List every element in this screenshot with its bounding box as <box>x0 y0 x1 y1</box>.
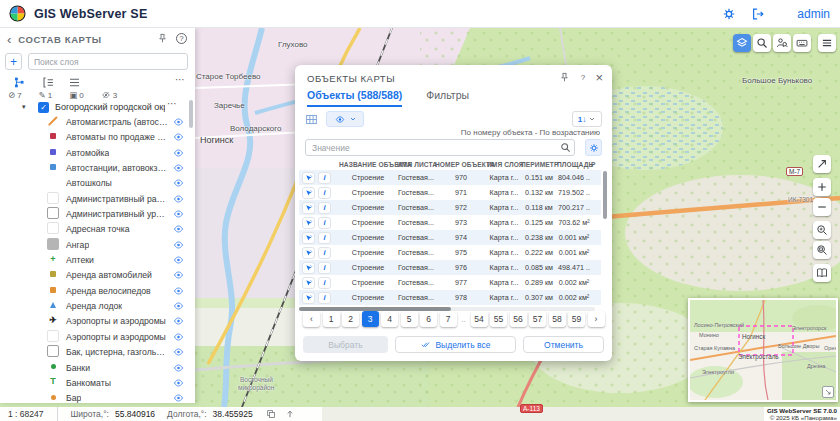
layer-visibility-toggle[interactable] <box>172 301 186 311</box>
layer-row[interactable]: Бар <box>0 390 195 403</box>
layer-row[interactable]: Бак, цистерна, газгольдер <box>0 344 195 359</box>
overview-minimap[interactable]: Лосино-ПетровскийМониноСтарая КупавнаНог… <box>688 298 838 402</box>
show-on-map-button[interactable] <box>302 247 315 259</box>
object-info-button[interactable]: i <box>318 202 331 214</box>
object-info-button[interactable]: i <box>318 172 331 184</box>
show-on-map-button[interactable] <box>302 277 315 289</box>
layer-visibility-toggle[interactable] <box>172 316 186 326</box>
object-info-button[interactable]: i <box>318 277 331 289</box>
page-button-4[interactable]: 4 <box>381 311 398 327</box>
page-next-button[interactable]: › <box>588 311 605 327</box>
help-icon[interactable]: ? <box>176 33 187 44</box>
object-info-button[interactable]: i <box>318 247 331 259</box>
layer-row[interactable]: Ангар <box>0 237 195 252</box>
layer-row[interactable]: +Аптеки <box>0 252 195 267</box>
layer-visibility-toggle[interactable] <box>172 132 186 142</box>
layer-row[interactable]: Административный уровень 7 <box>0 206 195 221</box>
show-on-map-button[interactable] <box>302 292 315 304</box>
list-view-button[interactable] <box>68 75 82 89</box>
object-info-button[interactable]: i <box>318 217 331 229</box>
layer-visibility-toggle[interactable] <box>172 209 186 219</box>
outline-view-button[interactable] <box>42 75 56 89</box>
layer-group-checkbox[interactable]: ✓ <box>38 102 49 113</box>
table-row[interactable]: iСтроениеГостевая...975Карта г...0.222 к… <box>299 245 601 260</box>
layer-row[interactable]: Адресная точка <box>0 221 195 236</box>
page-button-54[interactable]: 54 <box>471 311 488 327</box>
object-info-button[interactable]: i <box>318 262 331 274</box>
page-button-5[interactable]: 5 <box>401 311 418 327</box>
table-row[interactable]: iСтроениеГостевая...972Карта г...0.118 к… <box>299 200 601 215</box>
page-button-2[interactable]: 2 <box>342 311 359 327</box>
layer-visibility-toggle[interactable] <box>172 286 186 296</box>
show-on-map-button[interactable] <box>302 262 315 274</box>
layer-row[interactable]: Автошколы <box>0 175 195 190</box>
table-row[interactable]: iСтроениеГостевая...976Карта г...0.085 к… <box>299 260 601 275</box>
cursor-button[interactable] <box>813 155 831 173</box>
close-icon[interactable]: × <box>595 71 603 84</box>
tab-objects[interactable]: Объекты (588/588) <box>307 89 402 107</box>
layer-visibility-toggle[interactable] <box>172 347 186 357</box>
table-row[interactable]: iСтроениеГостевая...977Карта г...0.289 к… <box>299 275 601 290</box>
person-search-button[interactable] <box>773 34 791 52</box>
minimap-collapse-button[interactable] <box>822 386 834 398</box>
tree-view-button[interactable] <box>13 75 27 89</box>
visibility-filter-button[interactable] <box>326 111 364 127</box>
move-to-coordinates-button[interactable] <box>284 408 297 421</box>
pin-panel-icon[interactable] <box>157 33 169 45</box>
zoom-initial-button[interactable] <box>813 241 831 259</box>
sort-order-button[interactable]: 1↓ <box>572 111 602 127</box>
search-button[interactable] <box>753 34 771 52</box>
back-chevron-icon[interactable]: ‹ <box>7 33 11 46</box>
expand-arrow-icon[interactable]: ▾ <box>22 103 26 111</box>
select-button[interactable]: Выбрать <box>303 336 388 353</box>
layer-visibility-toggle[interactable] <box>172 148 186 158</box>
object-info-button[interactable]: i <box>318 292 331 304</box>
layer-visibility-toggle[interactable] <box>172 255 186 265</box>
add-layer-button[interactable]: + <box>5 53 22 70</box>
layer-row[interactable]: Банки <box>0 360 195 375</box>
current-user[interactable]: admin <box>797 7 830 21</box>
object-info-button[interactable]: i <box>318 232 331 244</box>
more-options-button[interactable]: ⋯ <box>175 74 185 85</box>
layer-group-menu-button[interactable]: ⋯ <box>167 100 177 109</box>
layer-row[interactable]: Аренда велосипедов <box>0 283 195 298</box>
cancel-button[interactable]: Отменить <box>523 336 604 353</box>
search-settings-button[interactable] <box>585 139 602 156</box>
layer-search-input[interactable] <box>28 53 188 70</box>
pin-dialog-icon[interactable] <box>559 72 570 83</box>
page-button-57[interactable]: 57 <box>529 311 546 327</box>
logout-button[interactable] <box>750 7 765 22</box>
table-columns-button[interactable] <box>305 112 319 126</box>
layer-visibility-toggle[interactable] <box>172 332 186 342</box>
tab-filters[interactable]: Фильтры <box>426 89 469 107</box>
layer-visibility-toggle[interactable] <box>172 194 186 204</box>
page-button-6[interactable]: 6 <box>420 311 437 327</box>
show-on-map-button[interactable] <box>302 217 315 229</box>
layer-row[interactable]: Аренда лодок <box>0 298 195 313</box>
layer-visibility-toggle[interactable] <box>172 240 186 250</box>
layer-row[interactable]: Автомагистраль (автострада) <box>0 114 195 129</box>
table-row[interactable]: iСтроениеГостевая...974Карта г...0.238 к… <box>299 230 601 245</box>
copy-coordinates-button[interactable] <box>265 408 278 421</box>
layer-visibility-toggle[interactable] <box>172 393 186 403</box>
page-button-1[interactable]: 1 <box>323 311 340 327</box>
object-search-input[interactable] <box>305 139 575 156</box>
layer-visibility-toggle[interactable] <box>172 363 186 373</box>
page-button-3[interactable]: 3 <box>362 311 379 327</box>
layer-visibility-toggle[interactable] <box>172 270 186 280</box>
show-on-map-button[interactable] <box>302 172 315 184</box>
table-row[interactable]: iСтроениеГостевая...978Карта г...0.307 к… <box>299 290 601 305</box>
zoom-area-button[interactable] <box>813 221 831 239</box>
legend-button[interactable] <box>813 264 831 282</box>
settings-button[interactable] <box>721 7 736 22</box>
select-all-button[interactable]: Выделить все <box>395 336 516 353</box>
layer-visibility-toggle[interactable] <box>172 378 186 388</box>
layer-row[interactable]: Автостанции, автовокзалы <box>0 160 195 175</box>
dialog-help-icon[interactable]: ? <box>577 72 588 83</box>
show-on-map-button[interactable] <box>302 232 315 244</box>
table-row[interactable]: iСтроениеГостевая...971Карта г...0.132 к… <box>299 185 601 200</box>
layer-row[interactable]: Аэропорты и аэродромы <box>0 329 195 344</box>
layer-group-row[interactable]: ▾ ✓ Богородский городской округ ⋯ <box>0 100 195 114</box>
show-on-map-button[interactable] <box>302 202 315 214</box>
object-info-button[interactable]: i <box>318 187 331 199</box>
